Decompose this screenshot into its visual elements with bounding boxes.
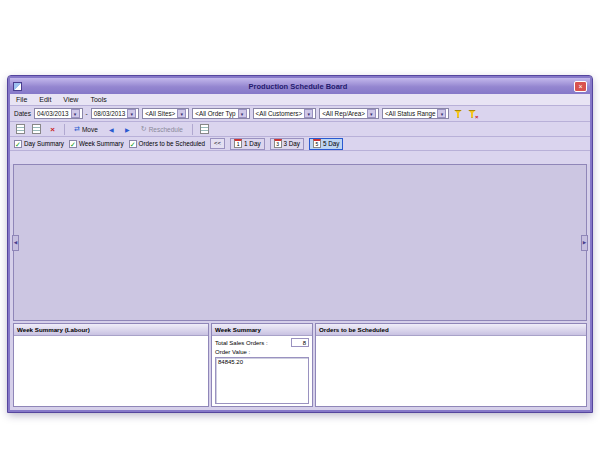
- checkbox-icon: ✓: [69, 140, 77, 148]
- funnel-icon: [454, 110, 462, 118]
- print-schedule-icon[interactable]: [348, 138, 361, 150]
- chevron-down-icon[interactable]: ▾: [127, 109, 136, 118]
- view-3-day-button[interactable]: 33 Day: [270, 138, 304, 150]
- checkbox-label: Orders to be Scheduled: [139, 140, 206, 147]
- checkbox-icon: ✓: [14, 140, 22, 148]
- view-1-day-button[interactable]: 11 Day: [230, 138, 264, 150]
- calendar-icon: 1: [234, 139, 242, 148]
- reschedule-button[interactable]: ↻ Reschedule: [137, 123, 187, 135]
- dates-label: Dates: [14, 110, 31, 117]
- toolbar-separator: [192, 124, 193, 135]
- combo-value: <All Status Range: [385, 110, 436, 117]
- menu-bar: FileEditViewTools: [10, 94, 590, 106]
- app-icon: [13, 82, 22, 91]
- date-from-input[interactable]: 04/03/2013 ▾: [34, 108, 83, 119]
- schedule-board: ◀ ▶: [13, 164, 587, 321]
- move-icon: ⇄: [74, 125, 80, 133]
- week-summary-labour-panel: Week Summary (Labour): [13, 323, 209, 407]
- assign-left-icon[interactable]: ◀: [105, 123, 118, 135]
- order-value-box: 84845.20: [215, 357, 309, 404]
- move-label: Move: [82, 126, 98, 133]
- panel-title: Orders to be Scheduled: [316, 324, 586, 336]
- panel-title: Week Summary (Labour): [14, 324, 208, 336]
- week-summary-panel: Week Summary Total Sales Orders : 8 Orde…: [211, 323, 313, 407]
- panel-filler: [14, 336, 208, 406]
- day-columns: [13, 164, 587, 321]
- checkbox-icon: ✓: [129, 140, 137, 148]
- filter-combo[interactable]: <All Rep/Area>▾: [319, 108, 379, 119]
- calendar-icon: 3: [274, 139, 282, 148]
- total-sales-orders-value: 8: [291, 338, 309, 347]
- filter-combo[interactable]: <All Sites>▾: [142, 108, 189, 119]
- export-icon[interactable]: [14, 123, 27, 135]
- total-sales-orders-label: Total Sales Orders :: [215, 340, 268, 346]
- reschedule-icon: ↻: [141, 125, 147, 133]
- toolbar-separator: [64, 124, 65, 135]
- combo-value: <All Order Typ: [195, 110, 235, 117]
- action-toolbar: × ⇄ Move ◀ ▶ ↻ Reschedule: [10, 122, 590, 137]
- scroll-right-button[interactable]: ▶: [581, 235, 588, 251]
- orders-to-be-scheduled-panel: Orders to be Scheduled: [315, 323, 587, 407]
- menu-edit[interactable]: Edit: [33, 96, 57, 103]
- checkbox-label: Week Summary: [79, 140, 124, 147]
- panel-filler: [316, 336, 586, 406]
- title-bar[interactable]: Production Schedule Board ×: [10, 78, 590, 94]
- filter-toolbar: Dates 04/03/2013 ▾ - 08/03/2013 ▾ <All S…: [10, 106, 590, 122]
- prev-week-button[interactable]: <<: [210, 138, 225, 149]
- bottom-panels: Week Summary (Labour) Week Summary Total…: [13, 323, 587, 407]
- view-options-row: ✓Day Summary✓Week Summary✓Orders to be S…: [10, 137, 590, 151]
- checkbox-day-summary[interactable]: ✓Day Summary: [14, 140, 64, 148]
- x-badge-icon: ×: [475, 114, 479, 120]
- combo-value: <All Customers>: [256, 110, 303, 117]
- chevron-down-icon[interactable]: ▾: [367, 109, 376, 118]
- assign-right-icon[interactable]: ▶: [121, 123, 134, 135]
- menu-view[interactable]: View: [57, 96, 84, 103]
- chevron-down-icon[interactable]: ▾: [437, 109, 446, 118]
- chevron-down-icon[interactable]: ▾: [304, 109, 313, 118]
- print-icon[interactable]: [198, 123, 211, 135]
- filter-combo[interactable]: <All Order Typ▾: [192, 108, 249, 119]
- day-button-label: 1 Day: [244, 140, 260, 147]
- move-button[interactable]: ⇄ Move: [70, 123, 102, 135]
- combo-value: <All Rep/Area>: [322, 110, 365, 117]
- date-from-value: 04/03/2013: [37, 110, 69, 117]
- filter-combo[interactable]: <All Customers>▾: [253, 108, 317, 119]
- checkbox-label: Day Summary: [24, 140, 64, 147]
- app-window: Production Schedule Board × FileEditView…: [8, 76, 592, 412]
- week-summary-body: Total Sales Orders : 8 Order Value : 848…: [212, 336, 312, 406]
- window-title: Production Schedule Board: [25, 82, 571, 91]
- calendar-icon: 5: [313, 139, 321, 148]
- chevron-down-icon[interactable]: ▾: [177, 109, 186, 118]
- order-value-label: Order Value :: [215, 349, 250, 355]
- delete-icon[interactable]: ×: [46, 123, 59, 135]
- date-range-separator: -: [86, 110, 88, 117]
- checkbox-orders-to-be-scheduled[interactable]: ✓Orders to be Scheduled: [129, 140, 206, 148]
- close-icon[interactable]: ×: [574, 81, 587, 92]
- combo-value: <All Sites>: [145, 110, 175, 117]
- page-background: Production Schedule Board × FileEditView…: [0, 0, 600, 450]
- day-button-label: 3 Day: [284, 140, 300, 147]
- date-to-value: 08/03/2013: [94, 110, 126, 117]
- day-button-label: 5 Day: [323, 140, 339, 147]
- view-5-day-button[interactable]: 55 Day: [309, 138, 343, 150]
- menu-tools[interactable]: Tools: [84, 96, 112, 103]
- filter-icon[interactable]: [452, 108, 463, 119]
- filter-combo[interactable]: <All Status Range▾: [382, 108, 450, 119]
- tab-strip: [10, 151, 590, 164]
- scroll-left-button[interactable]: ◀: [12, 235, 19, 251]
- chevron-down-icon[interactable]: ▾: [71, 109, 80, 118]
- reschedule-label: Reschedule: [149, 126, 183, 133]
- date-to-input[interactable]: 08/03/2013 ▾: [91, 108, 140, 119]
- checkbox-week-summary[interactable]: ✓Week Summary: [69, 140, 124, 148]
- menu-file[interactable]: File: [10, 96, 33, 103]
- copy-icon[interactable]: [30, 123, 43, 135]
- chevron-down-icon[interactable]: ▾: [238, 109, 247, 118]
- panel-title: Week Summary: [212, 324, 312, 336]
- clear-filter-icon[interactable]: ×: [466, 108, 477, 119]
